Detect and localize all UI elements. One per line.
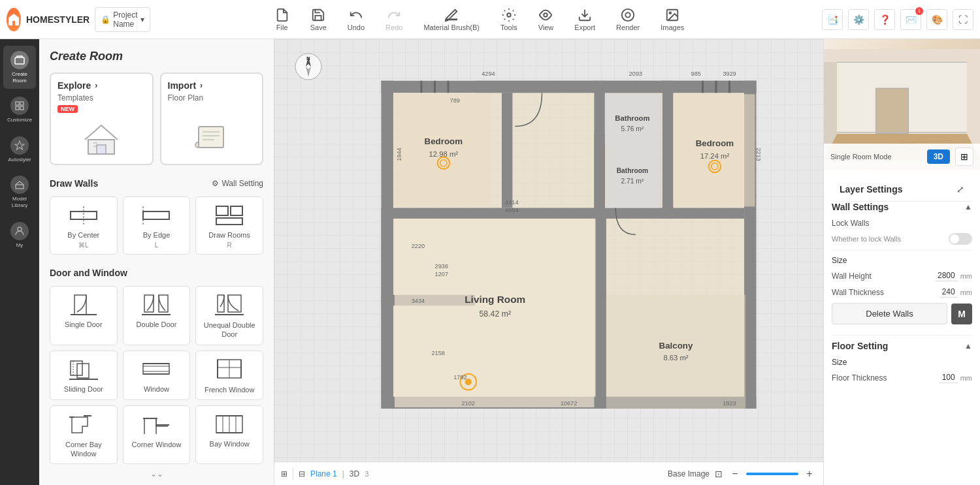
- render-button[interactable]: Render: [607, 4, 649, 35]
- new-badge: NEW: [57, 105, 78, 113]
- explore-templates-button[interactable]: Explore › Templates NEW: [50, 72, 154, 165]
- wall-settings-header[interactable]: Wall Settings ▲: [832, 202, 972, 212]
- svg-rect-79: [382, 208, 393, 295]
- redo-button[interactable]: Redo: [376, 4, 412, 35]
- delete-walls-button[interactable]: Delete Walls: [832, 303, 947, 324]
- svg-text:2213: 2213: [755, 148, 762, 161]
- collapse-wall-settings-icon[interactable]: ▲: [964, 202, 972, 211]
- svg-point-5: [625, 12, 630, 17]
- sidebar-item-model-library[interactable]: Model Library: [3, 170, 36, 213]
- floor-settings-section: Floor Setting ▲ Size Floor Thickness 100…: [832, 341, 972, 383]
- sidebar-item-my[interactable]: My: [3, 217, 36, 254]
- svg-rect-9: [16, 102, 19, 105]
- settings-panel: Layer Settings ⤢ Wall Settings ▲ Lock Wa…: [824, 170, 980, 401]
- svg-point-2: [544, 13, 548, 17]
- window-button[interactable]: Window: [123, 351, 191, 400]
- draw-walls-section-header: Draw Walls ⚙ Wall Setting: [50, 178, 263, 189]
- save-button[interactable]: Save: [301, 4, 336, 35]
- by-center-button[interactable]: By Center ⌘L: [50, 196, 118, 255]
- customize-icon: [10, 97, 29, 115]
- mode-3d-button[interactable]: 3D: [927, 149, 950, 164]
- svg-rect-87: [606, 295, 745, 409]
- sidebar-item-autostyler[interactable]: Autostyler: [3, 131, 36, 168]
- sidebar-item-create-room[interactable]: Create Room: [3, 46, 36, 89]
- svg-rect-75: [502, 93, 512, 208]
- import-floor-plan-button[interactable]: Import › Floor Plan: [160, 72, 264, 165]
- create-room-title: Create Room: [50, 50, 263, 63]
- tools-button[interactable]: Tools: [491, 4, 527, 35]
- draw-rooms-button[interactable]: Draw Rooms R: [195, 196, 263, 255]
- door-window-grid: Single Door Double Door: [50, 286, 263, 464]
- my-icon: [10, 222, 29, 240]
- top-toolbar: HOMESTYLER 🔒 Project Name ▾ File Save: [0, 0, 980, 39]
- collapse-floor-settings-icon[interactable]: ▲: [964, 341, 972, 351]
- zoom-slider[interactable]: [746, 473, 798, 475]
- svg-rect-76: [596, 219, 606, 409]
- layer-settings-header: Layer Settings ⤢: [832, 178, 972, 202]
- settings-icon-btn[interactable]: ⚙️: [848, 9, 869, 30]
- floor-thickness-row: Floor Thickness 100 mm: [832, 372, 972, 383]
- 3d-view-button[interactable]: 3D: [350, 469, 359, 478]
- unequal-double-door-button[interactable]: Unequal Double Door: [195, 286, 263, 345]
- floor-size-row: Size: [832, 358, 972, 367]
- svg-text:2936: 2936: [435, 263, 449, 270]
- lock-walls-toggle[interactable]: [949, 233, 972, 245]
- svg-point-1: [507, 13, 511, 17]
- svg-rect-28: [231, 206, 242, 215]
- snap-button[interactable]: ⊟: [299, 469, 305, 478]
- mode-layout-button[interactable]: ⊞: [955, 148, 973, 166]
- svg-text:10672: 10672: [561, 400, 578, 407]
- expand-canvas-button[interactable]: ⊞: [281, 469, 287, 478]
- wall-setting-button[interactable]: ⚙ Wall Setting: [212, 179, 263, 188]
- draw-walls-grid: By Center ⌘L By Edge L: [50, 196, 263, 255]
- zoom-in-button[interactable]: +: [802, 467, 817, 481]
- wall-thickness-row: Wall Thickness 240 mm: [832, 287, 972, 298]
- bookmark-icon-btn[interactable]: 📑: [822, 9, 843, 30]
- canvas-area[interactable]: N: [274, 39, 823, 485]
- zoom-out-button[interactable]: −: [728, 467, 742, 481]
- material-brush-button[interactable]: Material Brush(B): [414, 4, 489, 35]
- view-button[interactable]: View: [529, 4, 563, 35]
- export-button[interactable]: Export: [565, 4, 604, 35]
- french-window-button[interactable]: French Window: [195, 351, 263, 400]
- svg-text:4294: 4294: [482, 70, 495, 77]
- create-room-panel: Create Room Explore › Templates NEW: [39, 39, 274, 485]
- svg-text:Living Room: Living Room: [465, 294, 525, 305]
- color-icon-btn[interactable]: 🎨: [926, 9, 947, 30]
- 3d-preview: Single Room Mode 3D ⊞: [824, 39, 980, 170]
- right-panel: Single Room Mode 3D ⊞ Layer Settings ⤢ W…: [823, 39, 980, 485]
- svg-rect-0: [446, 18, 457, 20]
- svg-text:Bathroom: Bathroom: [617, 167, 648, 174]
- svg-rect-135: [876, 88, 909, 134]
- svg-text:Bedroom: Bedroom: [425, 136, 463, 146]
- wall-settings-section: Wall Settings ▲ Lock Walls Whether to lo…: [832, 202, 972, 324]
- plane-1-button[interactable]: Plane 1: [310, 469, 337, 478]
- help-icon-btn[interactable]: ❓: [874, 9, 895, 30]
- sidebar-item-customize[interactable]: Customize: [3, 91, 36, 129]
- svg-rect-12: [20, 106, 24, 110]
- base-image-toggle[interactable]: ⊡: [715, 469, 723, 479]
- bay-window-button[interactable]: Bay Window: [195, 405, 263, 465]
- corner-bay-window-button[interactable]: Corner Bay Window: [50, 405, 118, 465]
- expand-icon[interactable]: ⤢: [956, 184, 964, 195]
- floor-settings-header[interactable]: Floor Setting ▲: [832, 341, 972, 351]
- expand-more-button[interactable]: ⌄⌄: [50, 469, 263, 478]
- images-button[interactable]: Images: [651, 4, 693, 35]
- file-button[interactable]: File: [266, 4, 299, 35]
- project-name-selector[interactable]: 🔒 Project Name ▾: [95, 7, 150, 32]
- undo-button[interactable]: Undo: [338, 4, 374, 35]
- lock-walls-toggle-row: Whether to lock Walls: [832, 233, 972, 245]
- door-window-section-header: Door and Window: [50, 268, 263, 278]
- expand-icon-btn[interactable]: ⛶: [953, 9, 973, 30]
- svg-text:58.42 m²: 58.42 m²: [480, 309, 511, 319]
- single-door-button[interactable]: Single Door: [50, 286, 118, 345]
- layer-settings-title: Layer Settings: [840, 184, 902, 195]
- double-door-button[interactable]: Double Door: [123, 286, 191, 345]
- mail-icon-btn[interactable]: ✉️ 1: [900, 9, 921, 30]
- corner-window-button[interactable]: Corner Window: [123, 405, 191, 465]
- svg-text:985: 985: [691, 70, 701, 77]
- by-edge-button[interactable]: By Edge L: [123, 196, 191, 255]
- sliding-door-button[interactable]: Sliding Door: [50, 351, 118, 400]
- m-button[interactable]: M: [951, 304, 972, 324]
- svg-rect-29: [216, 218, 242, 225]
